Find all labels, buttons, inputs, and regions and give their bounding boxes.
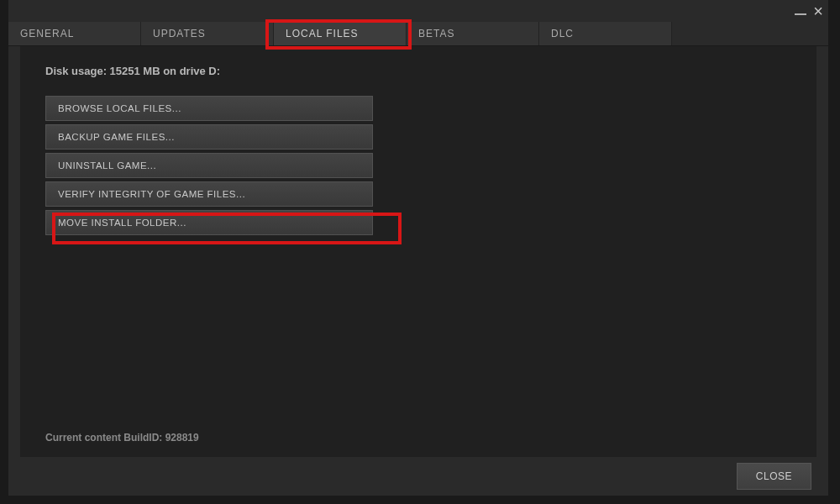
build-id-text: Current content BuildID: 928819: [45, 432, 199, 444]
content-area: Disk usage: 15251 MB on drive D: BROWSE …: [8, 46, 828, 496]
tab-updates[interactable]: UPDATES: [141, 22, 274, 45]
browse-local-files-button[interactable]: BROWSE LOCAL FILES...: [45, 96, 373, 121]
close-window-button[interactable]: ×: [813, 3, 823, 19]
uninstall-game-button[interactable]: UNINSTALL GAME...: [45, 153, 373, 178]
minimize-button[interactable]: [795, 7, 806, 15]
verify-integrity-button[interactable]: VERIFY INTEGRITY OF GAME FILES...: [45, 181, 373, 207]
tab-dlc[interactable]: DLC: [539, 22, 672, 45]
titlebar: ×: [8, 0, 828, 22]
tab-bar: GENERAL UPDATES LOCAL FILES BETAS DLC: [8, 22, 828, 46]
tab-general[interactable]: GENERAL: [8, 22, 141, 45]
tab-local-files[interactable]: LOCAL FILES: [274, 22, 407, 45]
minimize-icon: [795, 13, 806, 15]
properties-window: × GENERAL UPDATES LOCAL FILES BETAS DLC …: [8, 0, 828, 496]
tab-betas[interactable]: BETAS: [407, 22, 539, 45]
close-icon: ×: [813, 3, 823, 19]
local-files-panel: Disk usage: 15251 MB on drive D: BROWSE …: [20, 46, 816, 457]
dialog-footer: CLOSE: [20, 457, 816, 496]
move-install-folder-button[interactable]: MOVE INSTALL FOLDER...: [45, 210, 373, 235]
close-button[interactable]: CLOSE: [737, 463, 811, 490]
backup-game-files-button[interactable]: BACKUP GAME FILES...: [45, 124, 373, 150]
disk-usage-text: Disk usage: 15251 MB on drive D:: [45, 65, 791, 77]
